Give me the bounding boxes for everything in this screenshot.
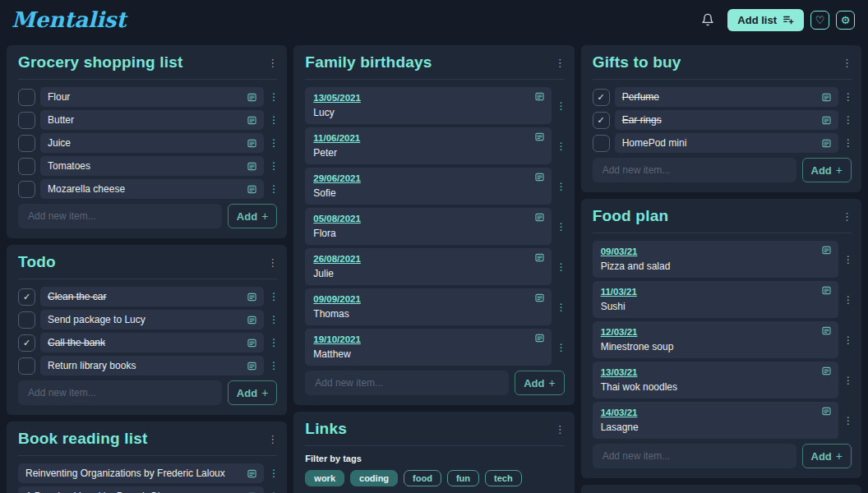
item-menu-icon[interactable]: ⋮ [269,314,277,325]
item-date-link[interactable]: 09/03/21 [601,246,638,256]
item-menu-icon[interactable]: ⋮ [556,342,565,353]
checkbox-unchecked[interactable] [18,311,35,329]
item-menu-icon[interactable]: ⋮ [843,114,852,126]
item-row[interactable]: 13/03/21Thai wok noodles [593,362,838,399]
checkbox-checked[interactable]: ✓ [18,334,35,352]
item-menu-icon[interactable]: ⋮ [556,181,565,192]
tag-coding[interactable]: coding [350,470,398,486]
note-icon[interactable] [535,253,544,262]
item-menu-icon[interactable]: ⋮ [843,294,852,306]
note-icon[interactable] [822,139,831,148]
item-row[interactable]: Butter [40,110,264,130]
card-menu-icon[interactable]: ⋮ [267,256,277,269]
note-icon[interactable] [535,173,544,182]
item-menu-icon[interactable]: ⋮ [556,261,565,273]
note-icon[interactable] [247,293,256,302]
add-list-button[interactable]: Add list [727,9,804,31]
checkbox-unchecked[interactable] [593,135,610,152]
item-date-link[interactable]: 05/08/2021 [313,214,361,223]
note-icon[interactable] [535,293,544,302]
card-menu-icon[interactable]: ⋮ [842,57,852,69]
note-icon[interactable] [247,93,256,102]
item-row[interactable]: HomePod mini [615,133,838,153]
add-item-input[interactable] [593,158,796,182]
item-menu-icon[interactable]: ⋮ [269,137,277,149]
note-icon[interactable] [822,326,831,335]
note-icon[interactable] [535,213,544,222]
item-row[interactable]: Flour [40,87,264,107]
note-icon[interactable] [247,162,256,171]
item-row[interactable]: 14/03/21Lasagne [593,402,838,439]
tag-food[interactable]: food [404,470,441,486]
item-menu-icon[interactable]: ⋮ [843,254,852,265]
note-icon[interactable] [535,132,544,141]
item-menu-icon[interactable]: ⋮ [269,468,277,479]
note-icon[interactable] [822,286,831,295]
item-menu-icon[interactable]: ⋮ [556,141,565,152]
app-logo[interactable]: Mentalist [12,7,126,32]
item-menu-icon[interactable]: ⋮ [269,160,277,172]
note-icon[interactable] [247,139,256,148]
item-menu-icon[interactable]: ⋮ [269,291,277,302]
item-menu-icon[interactable]: ⋮ [843,91,852,103]
card-menu-icon[interactable]: ⋮ [267,433,277,445]
item-row[interactable]: 09/03/21Pizza and salad [593,241,838,278]
add-item-button[interactable]: Add+ [802,158,852,182]
item-menu-icon[interactable]: ⋮ [843,415,852,426]
item-date-link[interactable]: 11/06/2021 [313,133,360,143]
item-row[interactable]: Ear rings [615,110,838,130]
add-item-input[interactable] [305,371,509,395]
item-menu-icon[interactable]: ⋮ [269,360,277,371]
item-row[interactable]: 13/05/2021Lucy [305,87,551,124]
item-date-link[interactable]: 09/09/2021 [313,294,361,304]
item-row[interactable]: 29/06/2021Sofie [305,168,551,205]
item-row[interactable]: 05/08/2021Flora [305,208,551,245]
item-date-link[interactable]: 29/06/2021 [313,173,361,183]
settings-button[interactable]: ⚙ [836,11,855,30]
note-icon[interactable] [822,93,831,102]
item-row[interactable]: Tomatoes [40,156,264,176]
checkbox-unchecked[interactable] [18,181,35,198]
add-item-input[interactable] [18,204,222,228]
add-item-button[interactable]: Add+ [228,204,277,228]
item-row[interactable]: Return library books [40,356,264,376]
note-icon[interactable] [822,366,831,376]
item-menu-icon[interactable]: ⋮ [269,183,277,195]
bell-icon[interactable] [701,13,714,26]
item-row[interactable]: Send package to Lucy [40,310,264,329]
note-icon[interactable] [247,316,256,325]
item-date-link[interactable]: 13/03/21 [601,367,638,377]
item-menu-icon[interactable]: ⋮ [556,100,565,112]
item-menu-icon[interactable]: ⋮ [556,302,565,313]
tag-tech[interactable]: tech [485,470,522,486]
card-menu-icon[interactable]: ⋮ [555,423,565,435]
item-row[interactable]: 09/09/2021Thomas [305,288,551,325]
note-icon[interactable] [247,339,256,348]
item-date-link[interactable]: 13/05/2021 [313,93,361,103]
item-row[interactable]: Mozarella cheese [40,179,264,199]
checkbox-unchecked[interactable] [18,112,35,129]
card-menu-icon[interactable]: ⋮ [555,57,565,69]
note-icon[interactable] [822,407,831,416]
item-menu-icon[interactable]: ⋮ [843,137,852,149]
add-item-button[interactable]: Add+ [228,380,277,405]
item-row[interactable]: Reinventing Organizations by Frederic La… [18,463,264,483]
item-menu-icon[interactable]: ⋮ [556,221,565,233]
item-row[interactable]: 26/08/2021Julie [305,248,551,285]
note-icon[interactable] [247,469,256,478]
add-item-button[interactable]: Add+ [515,371,564,395]
checkbox-unchecked[interactable] [18,135,35,152]
tag-work[interactable]: work [305,470,344,486]
add-item-button[interactable]: Add+ [802,444,852,468]
note-icon[interactable] [822,246,831,255]
item-row[interactable]: Juice [40,133,264,153]
checkbox-unchecked[interactable] [18,158,35,175]
item-row[interactable]: Clean the car [40,287,264,306]
note-icon[interactable] [247,185,256,194]
item-date-link[interactable]: 19/10/2021 [313,334,361,344]
note-icon[interactable] [535,334,544,343]
note-icon[interactable] [247,116,256,125]
item-row[interactable]: Call the bank [40,333,264,352]
item-row[interactable]: 11/06/2021Peter [305,127,551,164]
item-menu-icon[interactable]: ⋮ [269,114,277,126]
